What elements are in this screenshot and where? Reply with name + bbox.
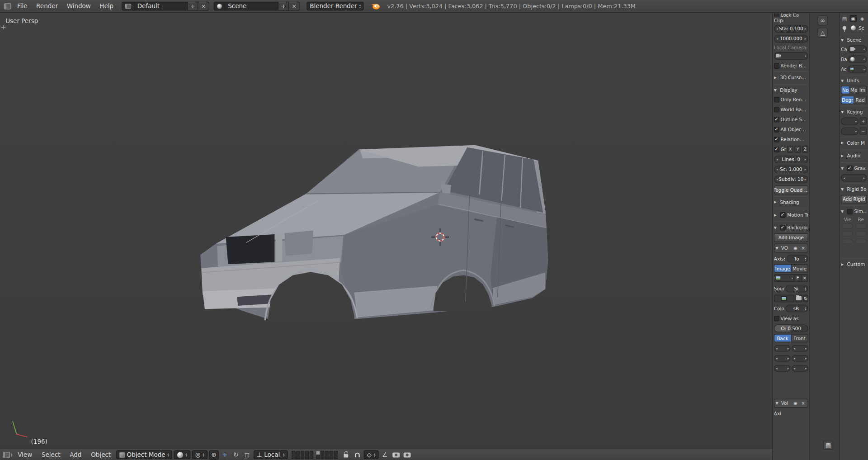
layout-browse-icon[interactable] — [123, 2, 135, 10]
close-icon[interactable]: × — [800, 245, 807, 251]
world-background-checkbox[interactable] — [774, 107, 779, 112]
layer-cell[interactable] — [296, 451, 300, 455]
editor-menu-icon[interactable]: ▦ — [823, 441, 833, 450]
panel-scene[interactable]: ▼Scene — [841, 34, 867, 45]
menu-add[interactable]: Add — [66, 451, 85, 458]
local-camera-dropdown[interactable]: ▾ — [774, 52, 808, 59]
layer-cell[interactable] — [300, 455, 304, 459]
layer-cell[interactable] — [309, 455, 313, 459]
bg-image-1-header[interactable]: ▼ VO ◉ × — [774, 244, 808, 253]
manipulator-toggle-button[interactable]: ⊕ — [209, 450, 218, 460]
layer-cell[interactable] — [300, 451, 304, 455]
open-folder-button[interactable] — [795, 294, 802, 302]
layer-cell[interactable] — [292, 455, 296, 459]
layer-cell[interactable] — [305, 451, 309, 455]
add-keying-set-button[interactable]: + — [860, 118, 867, 125]
opengl-render-button[interactable] — [391, 450, 401, 460]
relationship-lines-checkbox[interactable] — [774, 137, 779, 142]
axis-z-toggle[interactable]: Z — [802, 146, 808, 153]
translate-manipulator-icon[interactable]: + — [220, 450, 230, 460]
layer-cell[interactable] — [292, 451, 296, 455]
panel-units[interactable]: ▼Units — [841, 75, 867, 85]
size-x-stepper[interactable]: ◂▸ — [774, 365, 791, 371]
mode-dropdown[interactable]: Object Mode ▴▾ — [116, 451, 172, 460]
orientation-dropdown[interactable]: ⊥ Local ▴▾ — [253, 451, 288, 460]
grid-scale-field[interactable]: ◂Sc: 1.000▸ — [774, 166, 808, 173]
panel-display[interactable]: ▼Display — [774, 84, 808, 95]
background-images-checkbox[interactable] — [780, 225, 785, 230]
grid-floor-checkbox[interactable] — [774, 147, 779, 152]
add-layout-button[interactable]: + — [188, 2, 198, 10]
stretch-y-stepper[interactable]: ◂▸ — [792, 345, 808, 351]
scene-browse-icon[interactable] — [214, 2, 225, 10]
panel-simplify[interactable]: ▼Sim... — [841, 205, 867, 216]
remove-keying-set-button[interactable]: − — [860, 128, 867, 135]
delete-layout-button[interactable]: × — [198, 2, 209, 10]
radians-toggle[interactable]: Rad — [854, 96, 866, 104]
image-toggle[interactable]: Image — [774, 265, 791, 272]
3d-viewport[interactable]: User Persp + (196) — [0, 13, 772, 448]
menu-window[interactable]: Window — [63, 3, 94, 10]
snap-magnet-icon[interactable] — [353, 450, 362, 460]
layer-cell[interactable] — [309, 451, 313, 455]
panel-background-images[interactable]: ▼Backgrou... — [774, 222, 808, 232]
degrees-toggle[interactable]: Degr — [841, 96, 854, 104]
axis-dropdown[interactable]: To▴▾ — [786, 255, 808, 262]
editor-type-button[interactable] — [3, 1, 12, 11]
size-y-stepper[interactable]: ◂▸ — [792, 365, 808, 371]
layer-cell[interactable] — [316, 451, 320, 455]
active-clip-dropdown[interactable]: ▾ — [848, 65, 867, 73]
movie-toggle[interactable]: Movie — [791, 265, 807, 272]
rotate-manipulator-icon[interactable]: ↻ — [231, 450, 241, 460]
link-icon[interactable]: ∞ — [818, 15, 828, 25]
front-toggle[interactable]: Front — [791, 335, 807, 342]
offset-y-stepper[interactable]: ◂▸ — [792, 355, 808, 361]
grid-subdivisions-field[interactable]: ◂Subdiv: 10▸ — [774, 175, 808, 183]
render-tab-icon[interactable]: ▤ — [841, 15, 848, 22]
menu-view[interactable]: View — [14, 451, 36, 458]
keying-set-field[interactable]: ▾ — [841, 127, 859, 135]
panel-shading[interactable]: ▶Shading — [774, 196, 808, 207]
mesh-data-icon[interactable]: △ — [818, 28, 828, 38]
scale-manipulator-icon[interactable]: ◻ — [242, 450, 252, 460]
add-rigid-body-world-button[interactable]: Add Rigid — [841, 194, 867, 204]
clip-start-field[interactable]: ◂Sta: 0.100▸ — [774, 24, 808, 32]
simplify-checkbox[interactable] — [847, 209, 852, 214]
scene-name-field[interactable]: Scene — [225, 2, 278, 10]
source-dropdown[interactable]: Si▴▾ — [786, 285, 808, 292]
simplify-triangulate-field[interactable] — [855, 239, 867, 244]
panel-gravity[interactable]: ▼Grav... — [841, 162, 867, 173]
panel-rigid-body-world[interactable]: ▼Rigid Bo — [841, 183, 867, 194]
gravity-vector-field[interactable]: ◂▸ — [841, 174, 867, 181]
menu-file[interactable]: File — [13, 3, 31, 10]
layer-cell[interactable] — [296, 455, 300, 459]
layer-cell[interactable] — [334, 455, 338, 459]
layer-cell[interactable] — [334, 451, 338, 455]
snap-element-dropdown[interactable]: ◇ ▴▾ — [363, 451, 378, 460]
opacity-slider[interactable]: O: 0.500 — [774, 324, 808, 332]
only-render-checkbox[interactable] — [774, 97, 779, 102]
layer-cell[interactable] — [321, 455, 325, 459]
render-border-checkbox[interactable] — [774, 63, 779, 68]
menu-select[interactable]: Select — [38, 451, 64, 458]
panel-custom-properties[interactable]: ▶Custom — [841, 258, 867, 269]
clip-end-field[interactable]: ◂1000.000▸ — [774, 35, 808, 43]
motion-tracking-checkbox[interactable] — [780, 212, 785, 217]
world-tab-icon[interactable]: ◈ — [859, 15, 866, 22]
opengl-render-anim-button[interactable] — [402, 450, 412, 460]
panel-3d-cursor[interactable]: ▶3D Curso... — [774, 71, 808, 82]
gravity-checkbox[interactable] — [847, 166, 852, 171]
delete-scene-button[interactable]: × — [289, 2, 299, 10]
close-icon-2[interactable]: × — [800, 400, 807, 407]
menu-help[interactable]: Help — [96, 3, 118, 10]
add-scene-button[interactable]: + — [278, 2, 289, 10]
panel-keying-sets[interactable]: ▼Keying — [841, 106, 867, 117]
outline-selected-checkbox[interactable] — [774, 117, 779, 122]
grid-lines-field[interactable]: ◂Lines: 0▸ — [774, 155, 808, 163]
image-browse-dropdown[interactable]: ▾ — [774, 274, 794, 282]
simplify-subdivision-render-field[interactable] — [855, 223, 867, 228]
axis-x-toggle[interactable]: X — [787, 146, 793, 153]
layer-cell[interactable] — [321, 451, 325, 455]
layer-cell[interactable] — [325, 455, 329, 459]
layers-widget[interactable] — [292, 451, 338, 459]
